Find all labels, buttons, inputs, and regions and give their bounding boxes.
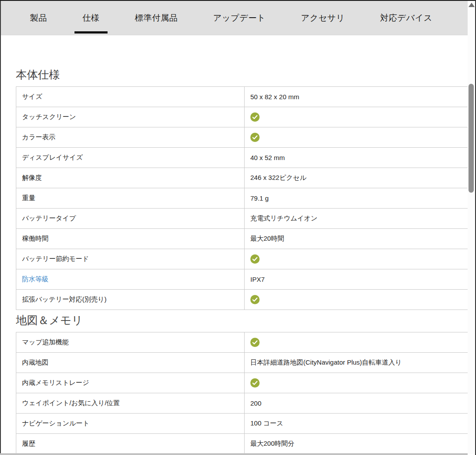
spec-label: バッテリー節約モード (22, 255, 89, 262)
table-row: バッテリー節約モード (16, 249, 473, 269)
spec-value-cell (245, 373, 473, 393)
spec-label: 稼働時間 (22, 235, 48, 242)
table-row: 解像度 246 x 322ピクセル (16, 168, 473, 188)
spec-value: 100 コース (250, 419, 283, 427)
table-row: タッチスクリーン (16, 107, 473, 127)
tab-label: 標準付属品 (135, 12, 178, 24)
spec-label: カラー表示 (22, 133, 56, 141)
table-row: ナビゲーションルート 100 コース (16, 414, 473, 434)
spec-value-cell: 日本詳細道路地図(CityNavigator Plus)自転車道入り (245, 353, 473, 373)
tab-label: アップデート (213, 12, 266, 24)
spec-value: 最大200時間分 (250, 440, 294, 447)
spec-value: 50 x 82 x 20 mm (250, 93, 299, 101)
section-title: 本体仕様 (16, 67, 468, 82)
spec-value: 79.1 g (250, 194, 269, 202)
spec-value-cell: 最大200時間分 (245, 434, 473, 454)
scrollbar[interactable] (468, 1, 475, 454)
table-row: カラー表示 (16, 127, 473, 148)
check-circle-icon (250, 112, 260, 122)
check-circle-icon (250, 254, 260, 264)
spec-table: マップ追加機能 内蔵地図 日本詳細道路地図(CityNavigator Plus… (16, 332, 473, 454)
spec-label: ナビゲーションルート (22, 419, 89, 427)
table-row: 拡張バッテリー対応(別売り) (16, 290, 473, 310)
spec-label: サイズ (22, 93, 42, 100)
spec-value-cell (245, 107, 473, 127)
spec-value-cell: 50 x 82 x 20 mm (245, 87, 473, 107)
table-row: 防水等級 IPX7 (16, 269, 473, 290)
table-row: サイズ 50 x 82 x 20 mm (16, 87, 473, 107)
spec-value-cell: 40 x 52 mm (245, 148, 473, 168)
spec-label: ディスプレイサイズ (22, 153, 83, 161)
spec-label: バッテリータイプ (22, 214, 76, 222)
tab-5[interactable]: 対応デバイス (380, 1, 432, 35)
spec-value-cell (245, 290, 473, 310)
table-row: ウェイポイント/お気に入り/位置 200 (16, 393, 473, 414)
window-edge-top (0, 0, 476, 1)
spec-value-cell: 充電式リチウムイオン (245, 209, 473, 229)
spec-value: 充電式リチウムイオン (250, 214, 317, 222)
spec-value-cell: IPX7 (245, 269, 473, 290)
table-row: マップ追加機能 (16, 332, 473, 353)
spec-value: 246 x 322ピクセル (250, 174, 306, 181)
table-row: 重量 79.1 g (16, 188, 473, 209)
tab-3[interactable]: アップデート (213, 1, 266, 35)
tab-label: アクセサリ (301, 12, 345, 24)
spec-value-cell: 246 x 322ピクセル (245, 168, 473, 188)
spec-value-cell: 79.1 g (245, 188, 473, 209)
spec-value: 40 x 52 mm (250, 154, 285, 161)
spec-label: 履歴 (22, 440, 35, 447)
spec-label: 内蔵地図 (22, 358, 48, 366)
spec-value-cell (245, 249, 473, 269)
tab-label: 対応デバイス (380, 12, 432, 24)
spec-value: 日本詳細道路地図(CityNavigator Plus)自転車道入り (250, 358, 402, 366)
spec-value-cell: 最大20時間 (245, 229, 473, 249)
spec-table: サイズ 50 x 82 x 20 mm タッチスクリーン カラー表示 (16, 86, 473, 310)
spec-label: 内蔵メモリストレージ (22, 379, 89, 386)
tab-label: 仕様 (82, 12, 100, 24)
spec-label-link[interactable]: 防水等級 (22, 275, 48, 283)
tab-1[interactable]: 仕様 (82, 1, 100, 35)
section-title: 地図＆メモリ (16, 313, 468, 327)
spec-label: マップ追加機能 (22, 338, 69, 346)
spec-label: ウェイポイント/お気に入り/位置 (22, 399, 120, 407)
table-row: 内蔵地図 日本詳細道路地図(CityNavigator Plus)自転車道入り (16, 353, 473, 373)
bottom-divider (0, 453, 468, 455)
tab-bar: 製品 仕様 標準付属品 アップデート アクセサリ 対応デバイス (1, 1, 468, 35)
spec-label: タッチスクリーン (22, 113, 76, 120)
table-row: 内蔵メモリストレージ (16, 373, 473, 393)
scroll-up-arrow-icon[interactable] (469, 3, 475, 7)
check-circle-icon (250, 295, 260, 304)
spec-page: 製品 仕様 標準付属品 アップデート アクセサリ 対応デバイス 本体仕様 サイズ… (0, 0, 476, 455)
check-circle-icon (250, 338, 260, 347)
spec-value-cell: 100 コース (245, 414, 473, 434)
spec-value: 最大20時間 (250, 235, 284, 242)
tab-4[interactable]: アクセサリ (301, 1, 345, 35)
spec-label: 解像度 (22, 174, 42, 181)
table-row: ディスプレイサイズ 40 x 52 mm (16, 148, 473, 168)
window-edge-left (0, 0, 1, 455)
spec-value-cell (245, 332, 473, 353)
table-row: 稼働時間 最大20時間 (16, 229, 473, 249)
spec-content: 本体仕様 サイズ 50 x 82 x 20 mm タッチスクリーン カラー表示 (1, 36, 468, 454)
check-circle-icon (250, 133, 260, 142)
check-circle-icon (250, 378, 260, 388)
spec-value: 200 (250, 399, 261, 407)
tab-label: 製品 (30, 12, 47, 24)
spec-section: 地図＆メモリ マップ追加機能 内蔵地図 日本詳細道路地図(CityNavigat… (1, 313, 468, 454)
scrollbar-thumb[interactable] (469, 84, 474, 193)
tab-2[interactable]: 標準付属品 (135, 1, 178, 35)
spec-label: 重量 (22, 194, 35, 201)
tab-0[interactable]: 製品 (30, 1, 47, 35)
table-row: バッテリータイプ 充電式リチウムイオン (16, 209, 473, 229)
spec-section: 本体仕様 サイズ 50 x 82 x 20 mm タッチスクリーン カラー表示 (1, 67, 468, 310)
spec-value: IPX7 (250, 276, 265, 283)
spec-value-cell (245, 127, 473, 148)
spec-label: 拡張バッテリー対応(別売り) (22, 295, 107, 303)
spec-value-cell: 200 (245, 393, 473, 414)
table-row: 履歴 最大200時間分 (16, 434, 473, 454)
